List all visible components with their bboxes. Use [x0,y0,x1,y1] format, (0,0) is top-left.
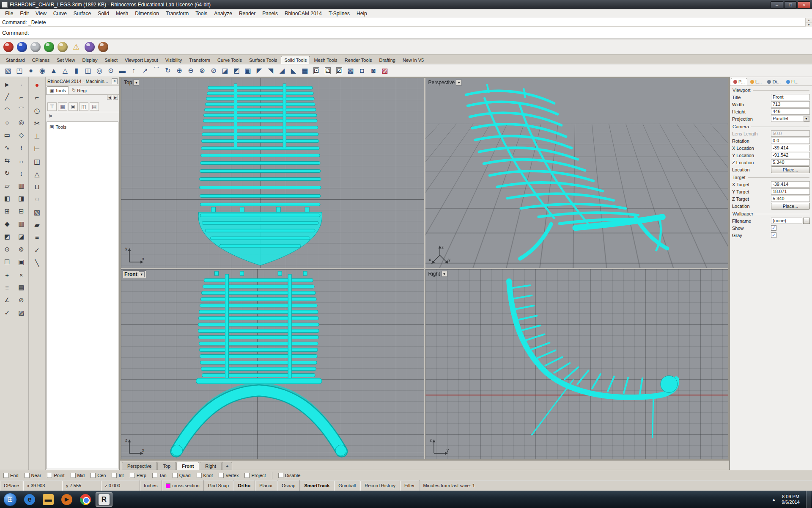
warning-triangle-icon[interactable]: ⚠ [71,42,81,52]
cap-holes-icon[interactable]: ◪ [219,65,230,76]
edge-tools-icon[interactable]: ◣ [288,65,299,76]
toolbar-tab[interactable]: Curve Tools [214,56,245,64]
rotate-icon[interactable]: ↻ [0,167,14,179]
solid-box-icon[interactable]: ▧ [3,65,14,76]
curve-icon[interactable]: ⌒ [14,103,29,116]
checkbox-icon[interactable] [47,473,52,478]
status-toggle[interactable]: Planar [255,480,277,491]
dice-one-icon[interactable]: ⚀ [311,65,322,76]
viewport-top[interactable]: Top ▼ y x [121,78,424,268]
holes-icon[interactable]: ▩ [345,65,356,76]
viewport-perspective[interactable]: Perspective ▼ z x y [425,78,729,268]
checkbox-icon[interactable] [197,473,202,478]
cylinder-icon[interactable]: ▮ [71,65,82,76]
convert-solid-icon[interactable]: ▨ [379,65,390,76]
toolbar-tab[interactable]: Surface Tools [246,56,280,64]
cone-icon[interactable]: ▲ [48,65,59,76]
tree-node-tools[interactable]: ▣ Tools [48,124,117,130]
new-viewport-tab-button[interactable]: + [222,462,232,470]
perpendicular-icon[interactable]: ⊥ [31,130,44,142]
boolean-icon[interactable]: ⊟ [14,205,29,218]
blue-sphere-icon[interactable] [17,42,27,52]
chamfer-icon[interactable]: ◪ [14,230,29,243]
menu-item[interactable]: Surface [70,10,94,17]
x-target-field[interactable]: -39.414 [771,181,810,188]
shade-icon[interactable]: ▨ [14,306,29,319]
x-location-field[interactable]: -39.414 [771,145,810,151]
tool-library-icon[interactable]: ▦ [58,102,67,111]
freeform-icon[interactable]: ∿ [0,141,14,154]
menu-item[interactable]: Help [353,10,370,17]
toolbar-tab[interactable]: Standard [3,56,28,64]
viewport-menu-arrow-icon[interactable]: ▼ [456,80,462,86]
viewport-title-field[interactable]: Front [771,94,810,100]
round-hole-icon[interactable]: ◘ [357,65,368,76]
line-icon[interactable]: ╱ [0,91,14,103]
minimize-button[interactable]: – [771,1,783,8]
maximize-button[interactable]: □ [784,1,797,8]
green-sphere-icon[interactable] [44,42,54,52]
viewport-menu-arrow-icon[interactable]: ▼ [139,271,145,277]
layers-icon[interactable]: ≡ [0,281,14,294]
dropdown-arrow-icon[interactable]: ▼ [804,116,809,121]
menu-item[interactable]: T-Splines [325,10,353,17]
viewport-menu-arrow-icon[interactable]: ▼ [133,80,139,86]
scroll-up-icon[interactable]: ▲ [806,18,812,23]
wallpaper-gray-checkbox[interactable]: ✓ [771,232,776,238]
extrude-tapered-icon[interactable]: ↗ [140,65,151,76]
cup-icon[interactable]: ⊔ [31,180,44,193]
tangent-icon[interactable]: ⊢ [31,142,44,155]
show-desktop-button[interactable] [806,491,811,508]
toolbar-tab[interactable]: Display [79,56,101,64]
tan-sphere-icon[interactable] [58,42,68,52]
offset-icon[interactable]: ⇆ [0,154,14,167]
viewport-tab[interactable]: Front [176,462,199,470]
media-player-icon[interactable]: ► [58,492,75,507]
boolean-split-icon[interactable]: ⊘ [208,65,219,76]
settings-icon[interactable]: ▤ [90,102,99,111]
circle-icon[interactable]: ○ [0,116,14,129]
extrude-straight-icon[interactable]: ↑ [128,65,139,76]
y-location-field[interactable]: -91.542 [771,152,810,158]
pipe-icon[interactable]: ◎ [94,65,105,76]
toolbar-tab[interactable]: New in V5 [399,56,427,64]
display-tab[interactable]: Di... [765,78,783,86]
viewport-perspective-label[interactable]: Perspective ▼ [427,79,464,86]
checkbox-icon[interactable] [112,473,117,478]
project-icon[interactable]: ◫ [31,155,44,168]
z-target-field[interactable]: 5.340 [771,196,810,202]
polyline-icon[interactable]: ⌐ [14,91,29,103]
mecsoft-alert-icon[interactable]: ● [31,79,44,91]
viewport-right[interactable]: Right ▼ z y [425,269,729,459]
status-toggle[interactable]: Filter [400,480,419,491]
fillet-icon[interactable]: ◩ [0,230,14,243]
checkbox-icon[interactable] [130,473,135,478]
magnifier-icon[interactable]: ◌ [31,193,44,206]
command-prompt[interactable]: Command: [0,27,812,39]
verify-icon[interactable]: ✓ [31,244,44,257]
polygon-icon[interactable]: ◇ [14,129,29,141]
revolve-icon[interactable]: ↻ [162,65,173,76]
toolbar-tab[interactable]: Set View [53,56,78,64]
osnap-toggle[interactable]: Vertex [219,473,239,478]
viewport-front[interactable]: Front ▼ z x [121,269,424,459]
chamfer-edge-icon[interactable]: ◢ [277,65,288,76]
select-pointer-icon[interactable]: ► [0,78,14,91]
open-library-icon[interactable]: ◫ [79,102,88,111]
loft-icon[interactable]: ◧ [0,192,14,205]
save-library-icon[interactable]: ▣ [69,102,78,111]
checkbox-icon[interactable] [71,473,76,478]
mesh-icon[interactable]: ▦ [14,218,29,230]
arc-icon[interactable]: ◠ [0,103,14,116]
taskbar-clock[interactable]: 8:09 PM 9/6/2014 [779,494,802,505]
swatch-icon[interactable]: ▰ [31,218,44,231]
shell-icon[interactable]: ▣ [242,65,253,76]
triangle-icon[interactable]: △ [31,168,44,180]
toolbar-tab[interactable]: Solid Tools [281,56,310,64]
y-target-field[interactable]: 18.071 [771,188,810,195]
trim-icon[interactable]: ⊘ [14,294,29,306]
protractor-icon[interactable]: ◷ [31,104,44,117]
camera-place-button[interactable]: Place... [771,166,810,173]
menu-item[interactable]: View [32,10,50,17]
menu-item[interactable]: Tools [192,10,211,17]
